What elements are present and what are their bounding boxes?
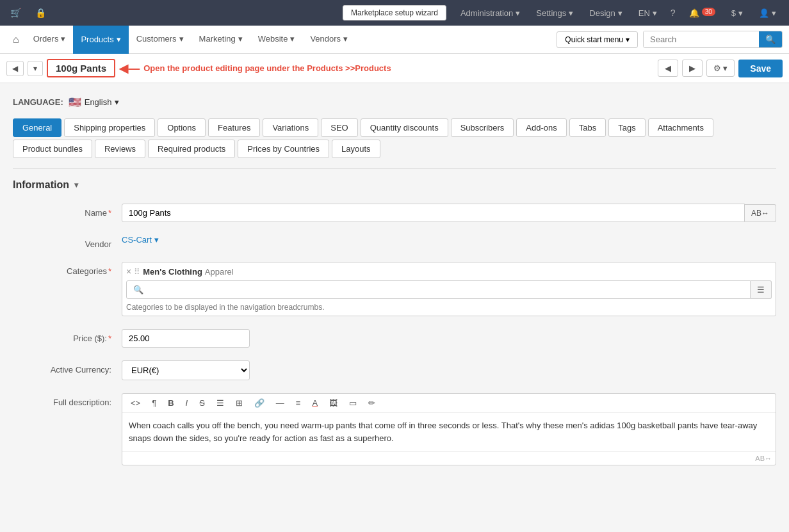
nav-orders[interactable]: Orders ▾ bbox=[26, 26, 74, 54]
tab-addons[interactable]: Add-ons bbox=[516, 118, 566, 137]
language-selector[interactable]: 🇺🇸 English ▾ bbox=[69, 96, 120, 108]
customers-chevron: ▾ bbox=[179, 34, 184, 44]
topbar: 🛒 🔒 Marketplace setup wizard Add-ons ▾ A… bbox=[0, 0, 789, 26]
next-button[interactable]: ▶ bbox=[682, 60, 703, 77]
editor-ordered-list-button[interactable]: ⊞ bbox=[231, 396, 247, 410]
editor-italic-button[interactable]: I bbox=[181, 396, 193, 410]
categories-label: Categories* bbox=[13, 262, 122, 276]
tab-tabs[interactable]: Tabs bbox=[569, 118, 606, 137]
nav-website[interactable]: Website ▾ bbox=[250, 26, 303, 54]
breadcrumb-right: ◀ ▶ ⚙ ▾ Save bbox=[658, 60, 783, 77]
tab-required-products[interactable]: Required products bbox=[148, 140, 235, 158]
categories-required: * bbox=[108, 266, 111, 276]
category-drag-handle[interactable]: ⠿ bbox=[134, 267, 140, 277]
vendor-field: CS-Cart ▾ bbox=[122, 235, 776, 245]
language-chevron: ▾ bbox=[115, 97, 119, 107]
annotation: ◀— Open the product editing page under t… bbox=[119, 61, 391, 76]
tab-attachments[interactable]: Attachments bbox=[648, 118, 713, 137]
tab-subscribers[interactable]: Subscribers bbox=[451, 118, 514, 137]
description-field: <> ¶ B I S ☰ ⊞ 🔗 — ≡ A 🖼 ▭ ✏ When coach bbox=[122, 393, 776, 465]
editor-align-button[interactable]: ≡ bbox=[291, 396, 305, 410]
tab-general[interactable]: General bbox=[13, 118, 61, 137]
search-input[interactable] bbox=[644, 31, 759, 47]
editor-content[interactable]: When coach calls you off the bench, you … bbox=[122, 413, 776, 451]
quickstart-chevron: ▾ bbox=[626, 35, 630, 44]
language-label: LANGUAGE: bbox=[13, 97, 63, 107]
editor-paragraph-button[interactable]: ¶ bbox=[147, 396, 161, 410]
price-label: Price ($):* bbox=[13, 329, 122, 343]
administration-menu[interactable]: Administration ▾ bbox=[454, 6, 526, 20]
category-list-button[interactable]: ☰ bbox=[751, 280, 772, 299]
tab-layouts[interactable]: Layouts bbox=[332, 140, 380, 158]
name-translate-button[interactable]: AB↔ bbox=[745, 204, 776, 222]
editor-source-button[interactable]: <> bbox=[126, 396, 145, 410]
breadcrumb-dropdown-button[interactable]: ▾ bbox=[28, 61, 43, 76]
settings-gear-button[interactable]: ⚙ ▾ bbox=[706, 60, 735, 77]
wizard-button[interactable]: Marketplace setup wizard bbox=[343, 5, 446, 20]
section-toggle-icon[interactable]: ▾ bbox=[74, 181, 78, 189]
nav-marketing[interactable]: Marketing ▾ bbox=[191, 26, 250, 54]
editor-video-button[interactable]: ▭ bbox=[345, 396, 361, 410]
tab-quantity-discounts[interactable]: Quantity discounts bbox=[361, 118, 448, 137]
editor-edit-button[interactable]: ✏ bbox=[364, 396, 380, 410]
tab-prices-countries[interactable]: Prices by Countries bbox=[238, 140, 329, 158]
editor-image-button[interactable]: 🖼 bbox=[325, 396, 342, 410]
topbar-left: 🛒 🔒 bbox=[6, 5, 50, 20]
cart-icon[interactable]: 🛒 bbox=[6, 5, 25, 20]
currency-row: Active Currency: EUR(€) bbox=[13, 360, 776, 380]
tab-variations[interactable]: Variations bbox=[263, 118, 318, 137]
category-search-input[interactable] bbox=[126, 280, 751, 299]
language-menu[interactable]: EN ▾ bbox=[632, 6, 663, 20]
name-input[interactable] bbox=[122, 204, 745, 222]
lock-icon[interactable]: 🔒 bbox=[31, 5, 50, 20]
settings-menu[interactable]: Settings ▾ bbox=[530, 6, 580, 20]
annotation-text: Open the product editing page under the … bbox=[143, 63, 391, 73]
vendor-link[interactable]: CS-Cart ▾ bbox=[122, 235, 776, 245]
editor-list-button[interactable]: ☰ bbox=[212, 396, 229, 410]
search-box: 🔍 bbox=[643, 31, 783, 48]
language-chevron: ▾ bbox=[653, 8, 657, 18]
user-menu[interactable]: 👤▾ bbox=[752, 6, 783, 20]
tab-reviews[interactable]: Reviews bbox=[95, 140, 145, 158]
main-navigation: ⌂ Orders ▾ Products ▾ Customers ▾ Market… bbox=[0, 26, 789, 54]
search-button[interactable]: 🔍 bbox=[759, 31, 782, 47]
tab-seo[interactable]: SEO bbox=[321, 118, 357, 137]
flag-icon: 🇺🇸 bbox=[69, 96, 81, 108]
prev-button[interactable]: ◀ bbox=[658, 60, 678, 77]
save-button[interactable]: Save bbox=[738, 60, 783, 77]
currency-chevron: ▾ bbox=[738, 8, 743, 18]
editor-bold-button[interactable]: B bbox=[163, 396, 178, 410]
orders-chevron: ▾ bbox=[61, 34, 65, 44]
categories-field: × ⠿ Men's Clothing Apparel ☰ Categories … bbox=[122, 262, 776, 316]
tab-tags[interactable]: Tags bbox=[608, 118, 645, 137]
nav-customers[interactable]: Customers ▾ bbox=[129, 26, 191, 54]
administration-chevron: ▾ bbox=[516, 8, 520, 18]
tab-options[interactable]: Options bbox=[158, 118, 206, 137]
name-field: AB↔ bbox=[122, 204, 776, 222]
editor-strikethrough-button[interactable]: S bbox=[195, 396, 209, 410]
editor-link-button[interactable]: 🔗 bbox=[250, 396, 269, 410]
currency-menu[interactable]: $ ▾ bbox=[725, 6, 749, 20]
name-row: Name* AB↔ bbox=[13, 204, 776, 222]
vendor-row: Vendor CS-Cart ▾ bbox=[13, 235, 776, 249]
vendors-chevron: ▾ bbox=[343, 34, 348, 44]
editor-hr-button[interactable]: — bbox=[272, 396, 289, 410]
language-bar: LANGUAGE: 🇺🇸 English ▾ bbox=[13, 96, 776, 108]
design-menu[interactable]: Design ▾ bbox=[583, 6, 628, 20]
help-icon[interactable]: ? bbox=[667, 5, 679, 20]
breadcrumb-back-button[interactable]: ◀ bbox=[6, 61, 24, 76]
editor-font-color-button[interactable]: A bbox=[307, 396, 322, 410]
tab-features[interactable]: Features bbox=[208, 118, 260, 137]
currency-select[interactable]: EUR(€) bbox=[122, 360, 250, 380]
quickstart-button[interactable]: Quick start menu ▾ bbox=[557, 31, 638, 48]
notifications-icon[interactable]: 🔔30 bbox=[683, 6, 722, 20]
tab-product-bundles[interactable]: Product bundles bbox=[13, 140, 92, 158]
nav-vendors[interactable]: Vendors ▾ bbox=[302, 26, 355, 54]
mainnav-right: Quick start menu ▾ 🔍 bbox=[557, 31, 783, 48]
website-chevron: ▾ bbox=[290, 34, 295, 44]
tab-shipping[interactable]: Shipping properties bbox=[64, 118, 155, 137]
home-icon[interactable]: ⌂ bbox=[6, 34, 26, 45]
nav-products[interactable]: Products ▾ bbox=[73, 26, 128, 54]
category-tag-close[interactable]: × bbox=[126, 266, 131, 277]
price-input[interactable] bbox=[122, 329, 250, 348]
